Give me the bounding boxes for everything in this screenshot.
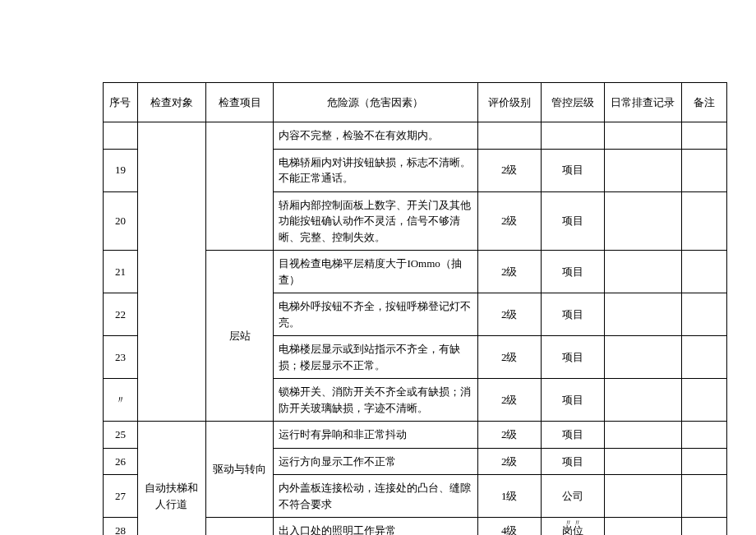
cell-hazard: 电梯外呼按钮不齐全，按钮呼梯登记灯不亮。 [274, 293, 477, 336]
cell-control: 项目 [541, 149, 604, 191]
cell-level: 2级 [477, 379, 541, 422]
cell-remark [681, 422, 726, 449]
cell-hazard: 轿厢内部控制面板上数字、开关门及其他功能按钮确认动作不灵活，信号不够清晰、完整、… [274, 191, 477, 251]
cell-seq: 21 [104, 251, 138, 293]
cell-remark [681, 122, 726, 150]
cell-seq: 27 [104, 475, 138, 518]
cell-hazard: 出入口处的照明工作异常 [274, 518, 477, 536]
header-obj: 检查对象 [137, 83, 205, 122]
cell-remark [681, 336, 726, 379]
cell-level: 2级 [477, 422, 541, 449]
cell-control: 项目 [541, 422, 604, 449]
cell-control: 项目 [541, 379, 604, 422]
cell-item-adjacent: 相邻区域 [205, 518, 274, 536]
table-row: 内容不完整，检验不在有效期内。 [104, 122, 727, 150]
cell-seq: 28 [104, 518, 138, 536]
cell-control: 公司 [541, 475, 604, 518]
inspection-table: 序号 检查对象 检查项目 危险源（危害因素） 评价级别 管控层级 日常排查记录 … [103, 82, 727, 535]
cell-hazard: 锁梯开关、消防开关不齐全或有缺损；消防开关玻璃缺损，字迹不清晰。 [274, 379, 477, 422]
cell-level: 2级 [477, 191, 541, 251]
header-remark: 备注 [681, 83, 726, 122]
cell-remark [681, 191, 726, 251]
cell-level: 2级 [477, 336, 541, 379]
header-item: 检查项目 [205, 83, 274, 122]
cell-hazard: 目视检查电梯平层精度大于IOmmo（抽查） [274, 251, 477, 293]
cell-control: 项目 [541, 448, 604, 475]
header-record: 日常排查记录 [605, 83, 682, 122]
cell-seq: 〃 [104, 379, 138, 422]
cell-remark [681, 293, 726, 336]
cell-control: 项目 [541, 251, 604, 293]
cell-hazard: 内容不完整，检验不在有效期内。 [274, 122, 477, 150]
cell-control [541, 122, 604, 150]
inspection-table-container: 序号 检查对象 检查项目 危险源（危害因素） 评价级别 管控层级 日常排查记录 … [103, 82, 727, 535]
table-header-row: 序号 检查对象 检查项目 危险源（危害因素） 评价级别 管控层级 日常排查记录 … [104, 83, 727, 122]
cell-remark [681, 251, 726, 293]
cell-hazard: 电梯轿厢内对讲按钮缺损，标志不清晰。不能正常通话。 [274, 149, 477, 191]
cell-seq: 19 [104, 149, 138, 191]
cell-item-layerstation: 层站 [205, 251, 274, 422]
cell-record [605, 448, 682, 475]
header-level: 评价级别 [477, 83, 541, 122]
cell-seq [104, 122, 138, 150]
cell-remark [681, 379, 726, 422]
cell-seq: 22 [104, 293, 138, 336]
cell-item-implicit [205, 122, 274, 251]
cell-level: 4级 [477, 518, 541, 536]
cell-level [477, 122, 541, 150]
cell-remark [681, 448, 726, 475]
cell-item-drive: 驱动与转向 [205, 422, 274, 518]
cell-level: 2级 [477, 251, 541, 293]
cell-level: 2级 [477, 293, 541, 336]
cell-level: 2级 [477, 448, 541, 475]
cell-record [605, 149, 682, 191]
cell-record [605, 336, 682, 379]
cell-level: 2级 [477, 149, 541, 191]
cell-record [605, 379, 682, 422]
cell-hazard: 电梯楼层显示或到站指示不齐全，有缺损；楼层显示不正常。 [274, 336, 477, 379]
cell-record [605, 122, 682, 150]
cell-control: 〃〃 岗位 [541, 518, 604, 536]
cell-record [605, 422, 682, 449]
cell-hazard: 运行方向显示工作不正常 [274, 448, 477, 475]
cell-record [605, 251, 682, 293]
cell-remark [681, 149, 726, 191]
table-row: 25 自动扶梯和人行道 驱动与转向 运行时有异响和非正常抖动 2级 项目 [104, 422, 727, 449]
cell-seq: 26 [104, 448, 138, 475]
cell-obj-escalator: 自动扶梯和人行道 [137, 422, 205, 536]
cell-seq: 25 [104, 422, 138, 449]
cell-control-overlap: 〃〃 [542, 516, 604, 530]
cell-hazard: 运行时有异响和非正常抖动 [274, 422, 477, 449]
cell-hazard: 内外盖板连接松动，连接处的凸台、缝隙不符合要求 [274, 475, 477, 518]
cell-remark [681, 475, 726, 518]
cell-record [605, 475, 682, 518]
cell-control: 项目 [541, 336, 604, 379]
cell-seq: 23 [104, 336, 138, 379]
cell-remark [681, 518, 726, 536]
header-control: 管控层级 [541, 83, 604, 122]
cell-level: 1级 [477, 475, 541, 518]
cell-control: 项目 [541, 191, 604, 251]
header-seq: 序号 [104, 83, 138, 122]
cell-seq: 20 [104, 191, 138, 251]
header-hazard: 危险源（危害因素） [274, 83, 477, 122]
cell-control: 项目 [541, 293, 604, 336]
cell-record [605, 518, 682, 536]
cell-obj-implicit [137, 122, 205, 422]
cell-record [605, 191, 682, 251]
cell-record [605, 293, 682, 336]
